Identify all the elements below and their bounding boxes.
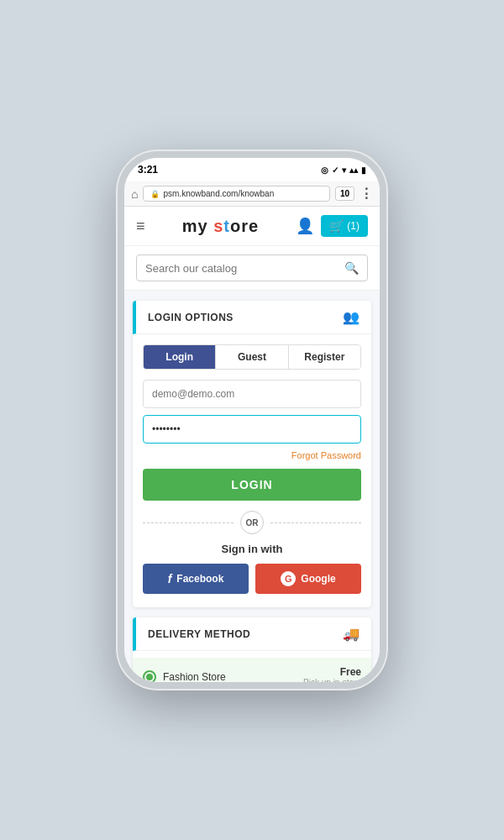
app-content: ≡ my store 👤 🛒 (1) 🔍 — [124, 207, 380, 682]
status-icons: ◎ ✓ ▾ ▴▴ ▮ — [321, 165, 366, 175]
delivery-card-header: DELIVERY METHOD 🚚 — [133, 617, 371, 651]
nav-right: 👤 🛒 (1) — [296, 215, 368, 237]
logo: my store — [182, 217, 259, 236]
radio-selected-fashion — [143, 670, 156, 683]
delivery-icon: 🚚 — [343, 626, 360, 642]
tab-register[interactable]: Register — [289, 345, 360, 369]
search-bar: 🔍 — [124, 246, 380, 291]
wifi-icon: ▾ — [342, 165, 346, 175]
check-icon: ✓ — [332, 165, 339, 175]
phone-frame: 3:21 ◎ ✓ ▾ ▴▴ ▮ ⌂ 🔒 psm.knowband.com/kno… — [118, 151, 386, 689]
main-area: LOGIN OPTIONS 👥 Login Guest Register — [124, 291, 380, 682]
battery-icon: ▮ — [361, 165, 366, 175]
delivery-option-left-fashion: Fashion Store — [143, 670, 226, 683]
sign-in-label: Sign in with — [143, 543, 361, 555]
google-button[interactable]: G Google — [255, 564, 361, 594]
signal-icon: ▴▴ — [349, 165, 358, 175]
google-icon: G — [281, 571, 296, 586]
delivery-card-body: Fashion Store Free Pick up in-store My c… — [133, 651, 371, 682]
login-tabs: Login Guest Register — [143, 344, 361, 370]
hamburger-icon[interactable]: ≡ — [136, 218, 145, 235]
facebook-button[interactable]: f Facebook — [143, 564, 249, 594]
delivery-card: DELIVERY METHOD 🚚 Fashion Store Fr — [133, 617, 371, 682]
delivery-price-fashion: Free — [303, 666, 361, 678]
top-nav: ≡ my store 👤 🛒 (1) — [124, 207, 380, 246]
user-icon[interactable]: 👤 — [296, 217, 314, 235]
login-button[interactable]: LOGIN — [143, 469, 361, 501]
or-divider: OR — [143, 511, 361, 534]
or-right-line — [270, 522, 361, 523]
google-label: Google — [301, 573, 335, 585]
email-field[interactable] — [143, 380, 361, 408]
cart-button[interactable]: 🛒 (1) — [321, 215, 368, 237]
password-field[interactable] — [143, 415, 361, 444]
search-input[interactable] — [145, 262, 344, 275]
location-icon: ◎ — [321, 165, 328, 175]
login-card-body: Login Guest Register Forgot Password LOG… — [133, 334, 371, 607]
tab-count[interactable]: 10 — [335, 186, 354, 201]
status-time: 3:21 — [138, 164, 158, 176]
delivery-note-fashion: Pick up in-store — [303, 678, 361, 682]
tab-login[interactable]: Login — [144, 345, 216, 369]
social-buttons: f Facebook G Google — [143, 564, 361, 594]
or-left-line — [143, 522, 234, 523]
search-icon: 🔍 — [344, 261, 359, 275]
forgot-password-link[interactable]: Forgot Password — [143, 450, 361, 460]
browser-bar: ⌂ 🔒 psm.knowband.com/knowban 10 ⋮ — [124, 181, 380, 207]
status-bar: 3:21 ◎ ✓ ▾ ▴▴ ▮ — [124, 158, 380, 181]
facebook-icon: f — [168, 572, 172, 585]
delivery-name-fashion: Fashion Store — [163, 671, 226, 683]
delivery-option-fashion[interactable]: Fashion Store Free Pick up in-store — [133, 658, 371, 682]
search-input-wrap: 🔍 — [136, 255, 368, 281]
facebook-label: Facebook — [176, 573, 223, 585]
lock-icon: 🔒 — [150, 190, 160, 198]
login-title: LOGIN OPTIONS — [148, 312, 234, 323]
home-icon[interactable]: ⌂ — [131, 187, 138, 201]
user-lock-icon: 👥 — [343, 309, 360, 325]
radio-inner-fashion — [146, 674, 153, 680]
cart-icon: 🛒 — [329, 219, 344, 233]
login-card-header: LOGIN OPTIONS 👥 — [133, 301, 371, 334]
url-bar[interactable]: 🔒 psm.knowband.com/knowban — [143, 186, 329, 202]
login-card: LOGIN OPTIONS 👥 Login Guest Register — [133, 301, 371, 607]
delivery-title: DELIVERY METHOD — [148, 628, 250, 640]
or-label: OR — [240, 511, 264, 534]
delivery-right-fashion: Free Pick up in-store — [303, 666, 361, 682]
cart-count: (1) — [347, 220, 360, 232]
browser-menu-icon[interactable]: ⋮ — [360, 186, 373, 202]
url-text: psm.knowband.com/knowban — [163, 189, 274, 198]
tab-guest[interactable]: Guest — [216, 345, 288, 369]
